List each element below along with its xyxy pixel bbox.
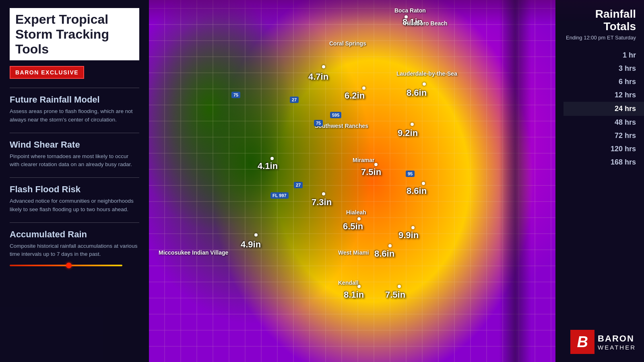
feature-title-3: Accumulated Rain: [10, 229, 139, 240]
time-option-3hr[interactable]: 3 hrs: [564, 62, 636, 75]
feature-title-0: Future Rainfall Model: [10, 95, 139, 105]
feature-desc-0: Assess areas prone to flash flooding, wh…: [10, 107, 139, 124]
slider-track[interactable]: [10, 265, 122, 266]
rainfall-subtitle: Ending 12:00 pm ET Saturday: [564, 35, 636, 41]
slider-area: [10, 265, 139, 266]
feature-desc-1: Pinpoint where tornadoes are most likely…: [10, 152, 139, 169]
feature-title-1: Wind Shear Rate: [10, 140, 139, 150]
baron-logo: B BARON WEATHER: [570, 330, 636, 354]
time-option-48hr[interactable]: 48 hrs: [564, 116, 636, 129]
baron-exclusive-badge: BARON EXCLUSIVE: [10, 66, 84, 79]
rainfall-title: Rainfall Totals: [564, 8, 636, 33]
feature-title-2: Flash Flood Risk: [10, 184, 139, 195]
feature-wind-shear: Wind Shear Rate Pinpoint where tornadoes…: [10, 133, 139, 169]
right-panel: Rainfall Totals Ending 12:00 pm ET Satur…: [555, 0, 644, 362]
baron-name: BARON: [598, 333, 636, 344]
time-option-168hr[interactable]: 168 hrs: [564, 156, 636, 169]
page-title: Expert Tropical Storm Tracking Tools: [10, 8, 139, 60]
feature-flash-flood: Flash Flood Risk Advanced notice for com…: [10, 177, 139, 214]
baron-weather: WEATHER: [598, 344, 636, 351]
coastal-band: [499, 0, 531, 362]
time-option-120hr[interactable]: 120 hrs: [564, 142, 636, 156]
feature-desc-2: Advanced notice for communities or neigh…: [10, 197, 139, 214]
feature-future-rainfall: Future Rainfall Model Assess areas prone…: [10, 88, 139, 124]
baron-b-icon: B: [570, 330, 594, 354]
left-panel: Expert Tropical Storm Tracking Tools BAR…: [0, 0, 149, 362]
time-option-72hr[interactable]: 72 hrs: [564, 129, 636, 142]
baron-text-block: BARON WEATHER: [598, 333, 636, 351]
time-option-24hr[interactable]: 24 hrs: [564, 102, 644, 116]
time-option-6hr[interactable]: 6 hrs: [564, 75, 636, 88]
slider-thumb[interactable]: [66, 263, 72, 268]
feature-desc-3: Composite historical rainfall accumulati…: [10, 242, 139, 259]
time-option-1hr[interactable]: 1 hr: [564, 49, 636, 62]
feature-accumulated-rain: Accumulated Rain Composite historical ra…: [10, 222, 139, 267]
time-option-12hr[interactable]: 12 hrs: [564, 88, 636, 102]
map-roads: [149, 0, 555, 362]
